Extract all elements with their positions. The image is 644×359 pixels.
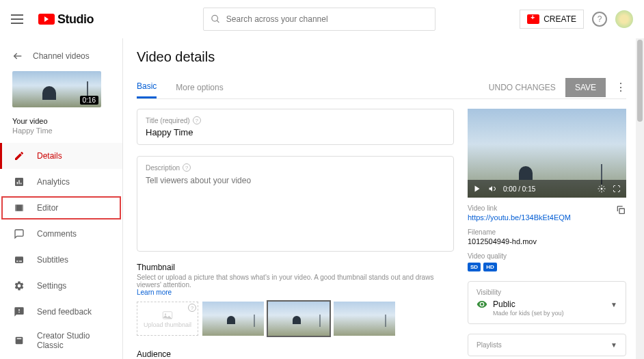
search-icon xyxy=(211,14,221,25)
filename-label: Filename xyxy=(468,228,626,236)
quality-label: Video quality xyxy=(468,252,626,260)
your-video-title: Happy Time xyxy=(12,127,110,135)
content-area: Video details Basic More options UNDO CH… xyxy=(123,38,644,359)
filename-value: 1012504949-hd.mov xyxy=(468,237,626,245)
image-upload-icon xyxy=(161,309,174,321)
help-icon[interactable]: ? xyxy=(188,304,196,312)
visibility-value: Public xyxy=(493,300,515,309)
sidebar-item-label: Details xyxy=(37,151,62,161)
svg-point-18 xyxy=(601,188,603,190)
sidebar-item-editor[interactable]: Editor xyxy=(0,195,122,221)
scrollbar-thumb[interactable] xyxy=(637,40,643,122)
tab-basic[interactable]: Basic xyxy=(137,76,157,98)
thumbnail-option-1[interactable] xyxy=(202,302,264,336)
svg-rect-6 xyxy=(21,183,21,184)
quality-badge-sd: SD xyxy=(468,263,481,271)
classic-icon xyxy=(12,334,26,347)
sidebar-item-subtitles[interactable]: Subtitles xyxy=(0,247,122,273)
svg-rect-13 xyxy=(16,337,23,345)
page-title: Video details xyxy=(137,49,626,65)
thumbnail-subtext: Select or upload a picture that shows wh… xyxy=(137,274,433,289)
preview-controls: 0:00 / 0:15 xyxy=(468,180,626,198)
undo-changes-button[interactable]: UNDO CHANGES xyxy=(489,83,556,92)
svg-line-1 xyxy=(217,21,219,23)
more-actions-icon[interactable]: ⋮ xyxy=(615,81,626,94)
svg-rect-14 xyxy=(17,338,22,339)
learn-more-link[interactable]: Learn more xyxy=(137,289,172,296)
studio-logo[interactable]: Studio xyxy=(38,12,94,27)
film-icon xyxy=(12,201,26,215)
fullscreen-icon[interactable] xyxy=(613,185,621,193)
sidebar-item-label: Editor xyxy=(37,203,58,213)
sidebar-item-label: Settings xyxy=(37,281,66,291)
thumbnail-heading: Thumbnail xyxy=(137,263,454,272)
sidebar: Channel videos 0:16 Your video Happy Tim… xyxy=(0,38,123,359)
sidebar-item-label: Comments xyxy=(37,229,77,239)
arrow-left-icon xyxy=(12,51,23,62)
feedback-icon xyxy=(12,305,26,319)
svg-point-16 xyxy=(165,313,166,315)
comment-icon xyxy=(12,227,26,241)
sidebar-item-label: Subtitles xyxy=(37,255,68,265)
visibility-sub: Made for kids (set by you) xyxy=(493,310,617,317)
thumbnail-option-2[interactable] xyxy=(268,302,330,336)
svg-rect-8 xyxy=(15,204,16,211)
gear-icon[interactable] xyxy=(598,185,606,193)
thumbnail-option-3[interactable] xyxy=(334,302,395,336)
svg-rect-5 xyxy=(18,180,19,184)
description-label: Description xyxy=(146,164,180,172)
scrollbar[interactable] xyxy=(636,38,644,359)
copy-icon[interactable] xyxy=(615,204,626,215)
sidebar-video-thumbnail[interactable]: 0:16 xyxy=(12,71,101,107)
sidebar-item-label: Send feedback xyxy=(37,307,92,317)
quality-badge-hd: HD xyxy=(483,263,497,271)
video-link-value[interactable]: https://youtu.be/134BkEt4EQM xyxy=(468,213,571,222)
svg-rect-12 xyxy=(19,261,22,261)
upload-thumbnail-label: Upload thumbnail xyxy=(144,321,191,328)
svg-rect-11 xyxy=(16,261,18,261)
back-channel-videos[interactable]: Channel videos xyxy=(0,46,122,66)
svg-rect-10 xyxy=(15,256,23,263)
gear-icon xyxy=(12,279,26,293)
thumbnail-row: Upload thumbnail ? xyxy=(137,302,454,336)
description-field[interactable]: Description ? xyxy=(137,156,454,252)
camera-plus-icon xyxy=(527,14,539,24)
profile-avatar[interactable] xyxy=(615,10,633,28)
description-input[interactable] xyxy=(146,176,445,244)
back-label: Channel videos xyxy=(33,51,90,61)
subtitles-icon xyxy=(12,253,26,267)
help-icon[interactable]: ? xyxy=(193,116,201,124)
create-button[interactable]: CREATE xyxy=(520,10,584,29)
sidebar-item-feedback[interactable]: Send feedback xyxy=(0,299,122,325)
help-icon[interactable]: ? xyxy=(183,163,191,172)
sidebar-item-comments[interactable]: Comments xyxy=(0,221,122,247)
logo-text: Studio xyxy=(57,12,94,27)
duration-badge: 0:16 xyxy=(80,96,98,105)
sidebar-item-analytics[interactable]: Analytics xyxy=(0,169,122,195)
visibility-label: Visibility xyxy=(477,289,617,296)
hamburger-menu-icon[interactable] xyxy=(11,11,27,27)
svg-rect-19 xyxy=(619,209,624,213)
sidebar-item-label: Creator Studio Classic xyxy=(37,331,110,350)
title-field[interactable]: Title (required) ? xyxy=(137,109,454,145)
visibility-panel[interactable]: Visibility Public ▼ Made for kids (set b… xyxy=(468,281,626,324)
save-button[interactable]: SAVE xyxy=(565,78,606,97)
title-input[interactable] xyxy=(146,127,445,137)
your-video-info: Your video Happy Time xyxy=(0,114,122,143)
volume-icon[interactable] xyxy=(488,185,496,193)
sidebar-item-label: Analytics xyxy=(37,177,70,187)
sidebar-item-settings[interactable]: Settings xyxy=(0,273,122,299)
playlists-panel[interactable]: Playlists ▼ xyxy=(468,334,626,356)
create-label: CREATE xyxy=(544,14,576,24)
tab-more-options[interactable]: More options xyxy=(176,77,223,98)
search-box[interactable] xyxy=(203,8,435,31)
video-preview[interactable]: 0:00 / 0:15 xyxy=(468,109,626,198)
svg-rect-9 xyxy=(22,204,23,211)
your-video-label: Your video xyxy=(12,117,110,125)
sidebar-item-details[interactable]: Details xyxy=(0,143,122,169)
search-input[interactable] xyxy=(226,14,428,24)
help-icon[interactable]: ? xyxy=(592,12,607,27)
sidebar-item-classic[interactable]: Creator Studio Classic xyxy=(0,325,122,356)
upload-thumbnail-button[interactable]: Upload thumbnail ? xyxy=(137,302,198,336)
play-icon[interactable] xyxy=(473,185,481,193)
